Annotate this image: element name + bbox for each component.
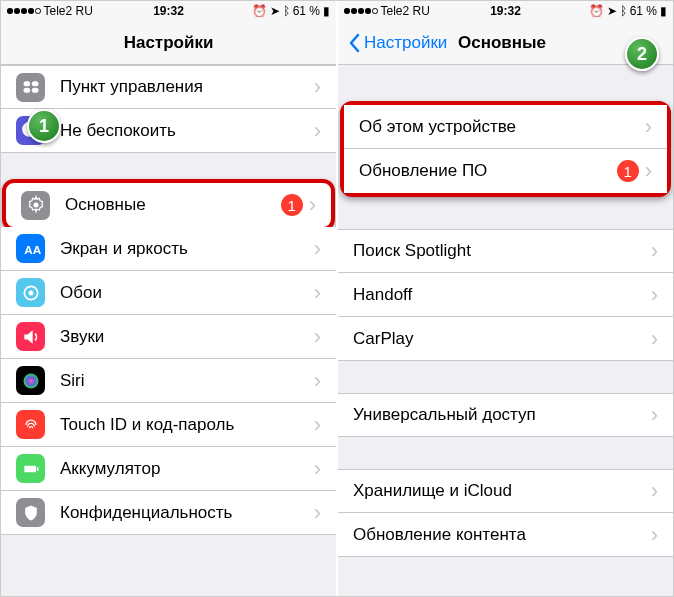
row-siri[interactable]: Siri› [1, 359, 336, 403]
settings-list[interactable]: 1 Пункт управления›Не беспокоить›Основны… [1, 65, 336, 596]
status-bar: Tele2 RU 19:32 ⏰ ➤ ᛒ 61 % ▮ [1, 1, 336, 21]
battery-icon: ▮ [323, 4, 330, 18]
svg-rect-0 [23, 81, 30, 86]
chevron-right-icon: › [314, 118, 321, 144]
row-wallpaper[interactable]: Обои› [1, 271, 336, 315]
status-time: 19:32 [490, 4, 521, 18]
carrier-label: Tele2 RU [44, 4, 93, 18]
alarm-icon: ⏰ [252, 4, 267, 18]
battery-icon [16, 454, 45, 483]
svg-rect-1 [31, 81, 38, 86]
touch-id-icon [16, 410, 45, 439]
svg-text:AA: AA [24, 243, 41, 256]
back-label: Настройки [364, 33, 447, 53]
row-touch-id[interactable]: Touch ID и код-пароль› [1, 403, 336, 447]
row-label: Пункт управления [60, 77, 308, 97]
row-label: Универсальный доступ [353, 405, 645, 425]
row-software-update[interactable]: Обновление ПО1› [344, 149, 667, 193]
row-carplay[interactable]: CarPlay› [338, 317, 673, 361]
svg-rect-9 [24, 465, 36, 472]
nav-title: Настройки [124, 33, 214, 53]
chevron-right-icon: › [314, 280, 321, 306]
row-label: Звуки [60, 327, 308, 347]
chevron-right-icon: › [651, 238, 658, 264]
chevron-right-icon: › [651, 282, 658, 308]
chevron-right-icon: › [314, 236, 321, 262]
row-sounds[interactable]: Звуки› [1, 315, 336, 359]
row-label: Поиск Spotlight [353, 241, 645, 261]
back-button[interactable]: Настройки [338, 33, 447, 53]
row-label: Об этом устройстве [359, 117, 639, 137]
row-label: CarPlay [353, 329, 645, 349]
row-storage[interactable]: Хранилище и iCloud› [338, 469, 673, 513]
phone-settings: Tele2 RU 19:32 ⏰ ➤ ᛒ 61 % ▮ Настройки 1 … [1, 1, 336, 596]
privacy-icon [16, 498, 45, 527]
nav-bar: Настройки [1, 21, 336, 65]
row-accessibility[interactable]: Универсальный доступ› [338, 393, 673, 437]
chevron-right-icon: › [645, 114, 652, 140]
row-label: Основные [65, 195, 281, 215]
chevron-left-icon [344, 33, 364, 53]
phone-general: Tele2 RU 19:32 ⏰ ➤ ᛒ 61 % ▮ Настройки Ос… [338, 1, 673, 596]
chevron-right-icon: › [651, 326, 658, 352]
control-center-icon [16, 73, 45, 102]
row-label: Обновление контента [353, 525, 645, 545]
svg-rect-2 [23, 88, 30, 93]
chevron-right-icon: › [314, 74, 321, 100]
row-display[interactable]: AAЭкран и яркость› [1, 227, 336, 271]
chevron-right-icon: › [651, 478, 658, 504]
row-battery[interactable]: Аккумулятор› [1, 447, 336, 491]
svg-point-8 [23, 373, 38, 388]
signal-dots-icon [344, 8, 378, 14]
row-control-center[interactable]: Пункт управления› [1, 65, 336, 109]
callout-marker-2: 2 [625, 65, 659, 71]
row-general[interactable]: Основные1› [2, 179, 335, 231]
svg-rect-3 [31, 88, 38, 93]
nav-bar: Настройки Основные [338, 21, 673, 65]
general-list[interactable]: 2 Об этом устройстве›Обновление ПО1›Поис… [338, 65, 673, 596]
svg-rect-10 [36, 467, 38, 470]
chevron-right-icon: › [314, 324, 321, 350]
location-icon: ➤ [270, 4, 280, 18]
row-privacy[interactable]: Конфиденциальность› [1, 491, 336, 535]
signal-dots-icon [7, 8, 41, 14]
row-label: Хранилище и iCloud [353, 481, 645, 501]
row-label: Не беспокоить [60, 121, 308, 141]
carrier-label: Tele2 RU [381, 4, 430, 18]
row-label: Обои [60, 283, 308, 303]
wallpaper-icon [16, 278, 45, 307]
row-spotlight[interactable]: Поиск Spotlight› [338, 229, 673, 273]
badge: 1 [281, 194, 303, 216]
location-icon: ➤ [607, 4, 617, 18]
row-about[interactable]: Об этом устройстве› [344, 105, 667, 149]
chevron-right-icon: › [314, 412, 321, 438]
row-label: Аккумулятор [60, 459, 308, 479]
chevron-right-icon: › [314, 500, 321, 526]
alarm-icon: ⏰ [589, 4, 604, 18]
chevron-right-icon: › [314, 456, 321, 482]
row-background-refresh[interactable]: Обновление контента› [338, 513, 673, 557]
display-icon: AA [16, 234, 45, 263]
battery-percent: 61 % [630, 4, 657, 18]
badge: 1 [617, 160, 639, 182]
callout-marker-1: 1 [27, 109, 61, 143]
row-label: Siri [60, 371, 308, 391]
chevron-right-icon: › [651, 522, 658, 548]
row-label: Экран и яркость [60, 239, 308, 259]
chevron-right-icon: › [314, 368, 321, 394]
highlight-group: Об этом устройстве›Обновление ПО1› [340, 101, 671, 197]
row-handoff[interactable]: Handoff› [338, 273, 673, 317]
svg-point-7 [28, 290, 33, 295]
battery-icon: ▮ [660, 4, 667, 18]
battery-percent: 61 % [293, 4, 320, 18]
siri-icon [16, 366, 45, 395]
row-label: Handoff [353, 285, 645, 305]
nav-title: Основные [458, 33, 546, 53]
row-label: Touch ID и код-пароль [60, 415, 308, 435]
svg-point-4 [33, 203, 38, 208]
general-icon [21, 191, 50, 220]
chevron-right-icon: › [651, 402, 658, 428]
sounds-icon [16, 322, 45, 351]
bluetooth-icon: ᛒ [283, 4, 290, 18]
row-label: Конфиденциальность [60, 503, 308, 523]
